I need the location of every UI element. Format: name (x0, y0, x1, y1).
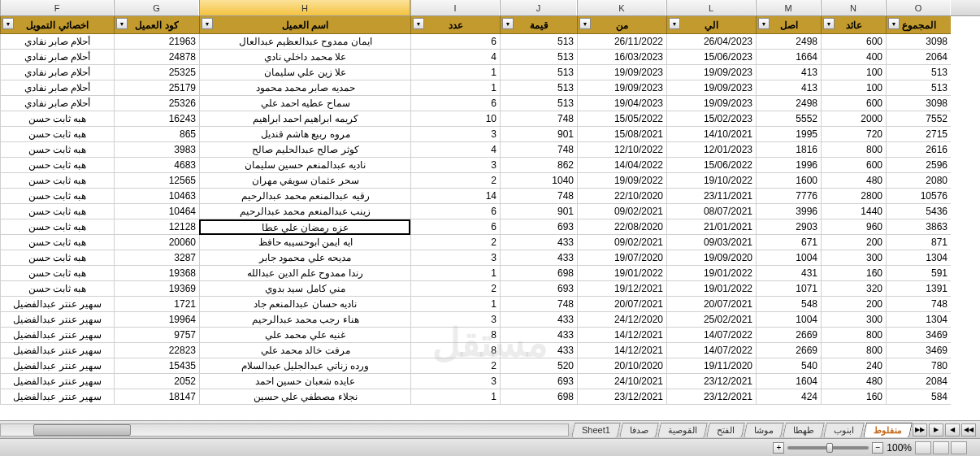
cell-J[interactable]: 748 (500, 297, 577, 312)
cell-F[interactable]: هبه ثابت حسن (0, 219, 114, 235)
cell-G[interactable]: 12128 (114, 219, 199, 235)
cell-F[interactable]: هبه ثابت حسن (0, 173, 114, 189)
cell-H[interactable]: كريمه ابراهيم احمد ابراهيم (199, 111, 410, 127)
cell-K[interactable]: 19/09/2023 (577, 65, 666, 80)
column-header-O[interactable]: O (886, 0, 951, 15)
cell-K[interactable]: 19/07/2020 (577, 250, 666, 266)
cell-H[interactable]: مني كامل سيد بدوي (199, 281, 410, 297)
cell-H[interactable]: ورده زناتي عبدالجليل عبدالسلام (199, 358, 410, 374)
cell-J[interactable]: 433 (500, 235, 577, 250)
cell-F[interactable]: سهير عنتر عبدالفضيل (0, 328, 114, 343)
cell-F[interactable]: هبه ثابت حسن (0, 111, 114, 127)
cell-K[interactable]: 20/10/2020 (577, 358, 666, 374)
header-cell-K[interactable]: من▼ (577, 16, 666, 34)
cell-F[interactable]: سهير عنتر عبدالفضيل (0, 374, 114, 389)
sheet-tab[interactable]: Sheet1 (571, 423, 621, 437)
cell-N[interactable]: 600 (821, 34, 886, 50)
cell-H[interactable]: علا زين علي سليمان (199, 65, 410, 80)
header-cell-N[interactable]: عائد▼ (821, 16, 886, 34)
cell-H[interactable]: عزه رمضان علي عطا (199, 219, 410, 235)
cell-N[interactable]: 480 (821, 173, 886, 189)
cell-K[interactable]: 15/05/2022 (577, 111, 666, 127)
cell-O[interactable]: 2084 (886, 374, 951, 389)
cell-I[interactable]: 3 (410, 250, 500, 266)
cell-L[interactable]: 19/09/2023 (666, 80, 756, 96)
cell-K[interactable]: 19/09/2022 (577, 173, 666, 189)
cell-M[interactable]: 1004 (756, 312, 821, 328)
cell-I[interactable]: 1 (410, 266, 500, 281)
cell-N[interactable]: 2000 (821, 111, 886, 127)
cell-L[interactable]: 14/10/2021 (666, 127, 756, 142)
cell-N[interactable]: 600 (821, 158, 886, 173)
cell-O[interactable]: 3863 (886, 219, 951, 235)
header-cell-H[interactable]: اسم العميل▼ (199, 16, 410, 34)
cell-L[interactable]: 26/04/2023 (666, 34, 756, 50)
sheet-tab[interactable]: القوصية (657, 423, 708, 437)
cell-L[interactable]: 15/06/2023 (666, 50, 756, 65)
cell-H[interactable]: غنيه علي محمد علي (199, 328, 410, 343)
cell-J[interactable]: 513 (500, 80, 577, 96)
cell-O[interactable]: 2715 (886, 127, 951, 142)
cell-F[interactable]: هبه ثابت حسن (0, 204, 114, 219)
cell-G[interactable]: 9757 (114, 328, 199, 343)
filter-dropdown-button[interactable]: ▼ (413, 18, 424, 29)
header-cell-M[interactable]: اصل▼ (756, 16, 821, 34)
cell-I[interactable]: 3 (410, 158, 500, 173)
cell-I[interactable]: 3 (410, 312, 500, 328)
cell-I[interactable]: 8 (410, 328, 500, 343)
view-normal-button[interactable] (951, 441, 967, 454)
cell-G[interactable]: 4683 (114, 158, 199, 173)
cell-G[interactable]: 25179 (114, 80, 199, 96)
cell-H[interactable]: رقيه عبدالمنعم محمد عبدالرحيم (199, 189, 410, 204)
zoom-slider[interactable] (787, 446, 869, 449)
cell-J[interactable]: 513 (500, 34, 577, 50)
cell-L[interactable]: 09/03/2021 (666, 235, 756, 250)
cell-M[interactable]: 2498 (756, 34, 821, 50)
cell-F[interactable]: سهير عنتر عبدالفضيل (0, 343, 114, 358)
cell-L[interactable]: 19/11/2020 (666, 358, 756, 374)
cell-K[interactable]: 12/10/2022 (577, 142, 666, 158)
cell-M[interactable]: 2498 (756, 96, 821, 111)
column-header-H[interactable]: H (199, 0, 410, 15)
cell-F[interactable]: هبه ثابت حسن (0, 127, 114, 142)
column-header-L[interactable]: L (666, 0, 756, 15)
cell-O[interactable]: 3469 (886, 328, 951, 343)
header-cell-O[interactable]: المجموع▼ (886, 16, 951, 34)
cell-I[interactable]: 2 (410, 235, 500, 250)
cell-M[interactable]: 1996 (756, 158, 821, 173)
sheet-tab[interactable]: ابنوب (823, 423, 865, 437)
cell-L[interactable]: 19/10/2022 (666, 173, 756, 189)
cell-G[interactable]: 25325 (114, 65, 199, 80)
column-header-I[interactable]: I (410, 0, 500, 15)
cell-I[interactable]: 14 (410, 189, 500, 204)
cell-I[interactable]: 8 (410, 343, 500, 358)
cell-J[interactable]: 513 (500, 50, 577, 65)
cell-K[interactable]: 16/03/2023 (577, 50, 666, 65)
sheet-tab[interactable]: طهطا (783, 423, 825, 437)
cell-F[interactable]: سهير عنتر عبدالفضيل (0, 297, 114, 312)
header-cell-J[interactable]: قيمة▼ (500, 16, 577, 34)
cell-J[interactable]: 698 (500, 389, 577, 405)
cell-L[interactable]: 20/07/2021 (666, 297, 756, 312)
cell-N[interactable]: 800 (821, 343, 886, 358)
cell-N[interactable]: 480 (821, 374, 886, 389)
cell-F[interactable]: أحلام صابر نفادي (0, 50, 114, 65)
cell-K[interactable]: 22/10/2020 (577, 189, 666, 204)
cell-O[interactable]: 748 (886, 297, 951, 312)
grid-body[interactable]: اخصائي التمويل▼كود العميل▼اسم العميل▼عدد… (0, 16, 980, 420)
cell-F[interactable]: هبه ثابت حسن (0, 281, 114, 297)
cell-N[interactable]: 2800 (821, 189, 886, 204)
cell-H[interactable]: ناديه حسان عبدالمنعم جاد (199, 297, 410, 312)
sheet-tab[interactable]: صدفا (619, 423, 659, 437)
cell-L[interactable]: 25/02/2021 (666, 312, 756, 328)
cell-M[interactable]: 540 (756, 358, 821, 374)
cell-J[interactable]: 693 (500, 374, 577, 389)
cell-I[interactable]: 1 (410, 65, 500, 80)
cell-H[interactable]: عايده شعبان حسين احمد (199, 374, 410, 389)
cell-M[interactable]: 424 (756, 389, 821, 405)
header-cell-F[interactable]: اخصائي التمويل▼ (0, 16, 114, 34)
cell-N[interactable]: 300 (821, 312, 886, 328)
column-header-G[interactable]: G (114, 0, 199, 15)
cell-O[interactable]: 1304 (886, 312, 951, 328)
cell-I[interactable]: 6 (410, 204, 500, 219)
